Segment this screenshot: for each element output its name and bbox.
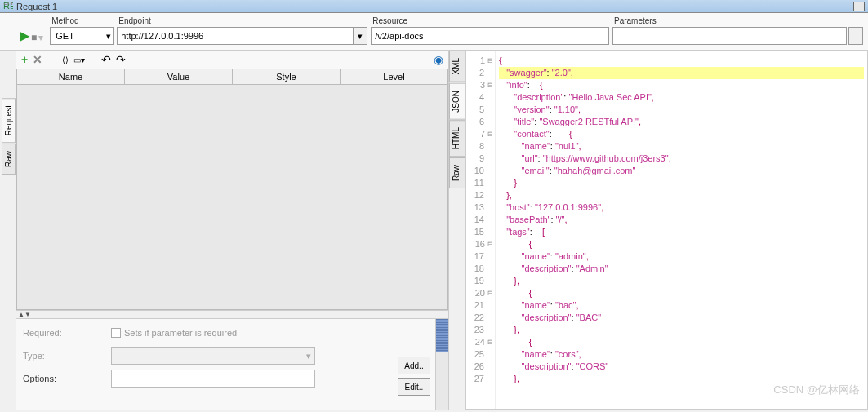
line-gutter: 1⊟23⊟4567⊟8910111213141516⊟17181920⊟2122… <box>466 51 496 409</box>
tool-icon-1[interactable]: ⟨⟩ <box>62 55 69 64</box>
chevron-down-icon: ▾ <box>106 31 111 42</box>
request-toolbar: ▶ ■ ▾ Method GET ▾ Endpoint ▾ Resource P… <box>0 13 868 51</box>
right-tabs: XML JSON HTML Raw <box>449 51 465 410</box>
window-title-bar: REST Request 1 <box>0 0 868 13</box>
required-checkbox[interactable] <box>111 328 121 338</box>
col-name[interactable]: Name <box>17 69 125 84</box>
col-value[interactable]: Value <box>125 69 233 84</box>
col-level[interactable]: Level <box>341 69 447 84</box>
stop-button[interactable]: ■ <box>31 32 37 43</box>
help-icon[interactable]: ◉ <box>434 53 443 66</box>
tab-raw-left[interactable]: Raw <box>2 144 16 175</box>
params-table-header: Name Value Style Level <box>16 69 448 85</box>
watermark: CSDN @亿林网络 <box>773 383 860 397</box>
json-viewer[interactable]: 1⊟23⊟4567⊟8910111213141516⊟17181920⊟2122… <box>465 51 868 410</box>
add-icon[interactable]: + <box>21 53 28 66</box>
required-text: Sets if parameter is required <box>124 328 237 338</box>
type-label: Type: <box>23 351 111 361</box>
resource-label: Resource <box>371 15 609 27</box>
type-select[interactable]: ▾ <box>111 347 315 365</box>
method-value: GET <box>56 31 74 41</box>
svg-text:ST: ST <box>3 2 13 7</box>
add-button[interactable]: Add.. <box>398 357 430 374</box>
method-label: Method <box>50 15 114 27</box>
run-button[interactable]: ▶ <box>20 28 29 43</box>
parameters-input[interactable] <box>612 27 847 45</box>
tab-json[interactable]: JSON <box>449 83 465 120</box>
code-content[interactable]: { "swagger": "2.0", "info": { "descripti… <box>496 51 867 409</box>
required-label: Required: <box>23 328 111 338</box>
edit-button[interactable]: Edit.. <box>398 378 430 396</box>
main-content: Request Raw + ✕ ⟨⟩ ▭▾ ↶ ↷ ◉ Name Value S… <box>0 51 868 410</box>
stop-button-2[interactable]: ▾ <box>38 32 43 43</box>
endpoint-label: Endpoint <box>117 15 367 27</box>
parameters-label: Parameters <box>612 15 863 27</box>
parameters-expand-button[interactable] <box>848 27 863 45</box>
tab-xml[interactable]: XML <box>449 51 465 82</box>
resource-input[interactable] <box>371 27 609 45</box>
method-select[interactable]: GET ▾ <box>50 27 114 45</box>
endpoint-dropdown-button[interactable]: ▾ <box>353 27 367 45</box>
properties-panel: Required: Sets if parameter is required … <box>16 318 448 410</box>
properties-scrollbar[interactable] <box>435 319 448 410</box>
panel-toolbar: + ✕ ⟨⟩ ▭▾ ↶ ↷ ◉ <box>16 51 448 69</box>
undo-icon[interactable]: ↶ <box>101 53 111 66</box>
request-icon: REST <box>3 2 13 11</box>
tool-icon-2[interactable]: ▭▾ <box>73 55 85 64</box>
window-title: Request 1 <box>16 2 57 11</box>
options-input[interactable] <box>111 370 315 388</box>
options-label: Options: <box>23 374 111 383</box>
redo-icon[interactable]: ↷ <box>116 53 126 66</box>
delete-icon[interactable]: ✕ <box>33 53 42 66</box>
col-style[interactable]: Style <box>233 69 341 84</box>
tab-html[interactable]: HTML <box>449 120 465 157</box>
tab-request[interactable]: Request <box>2 98 16 143</box>
left-tabs: Request Raw <box>0 51 16 410</box>
tab-raw-right[interactable]: Raw <box>449 157 465 188</box>
params-table-body[interactable] <box>16 85 448 310</box>
response-panel: XML JSON HTML Raw 1⊟23⊟4567⊟891011121314… <box>449 51 868 410</box>
request-panel: + ✕ ⟨⟩ ▭▾ ↶ ↷ ◉ Name Value Style Level ▲… <box>16 51 449 410</box>
maximize-button[interactable] <box>853 2 865 11</box>
endpoint-input[interactable] <box>117 27 353 45</box>
collapse-bar[interactable]: ▲▼ <box>16 310 448 318</box>
chevron-down-icon: ▾ <box>358 31 363 42</box>
chevron-down-icon: ▾ <box>306 351 311 361</box>
